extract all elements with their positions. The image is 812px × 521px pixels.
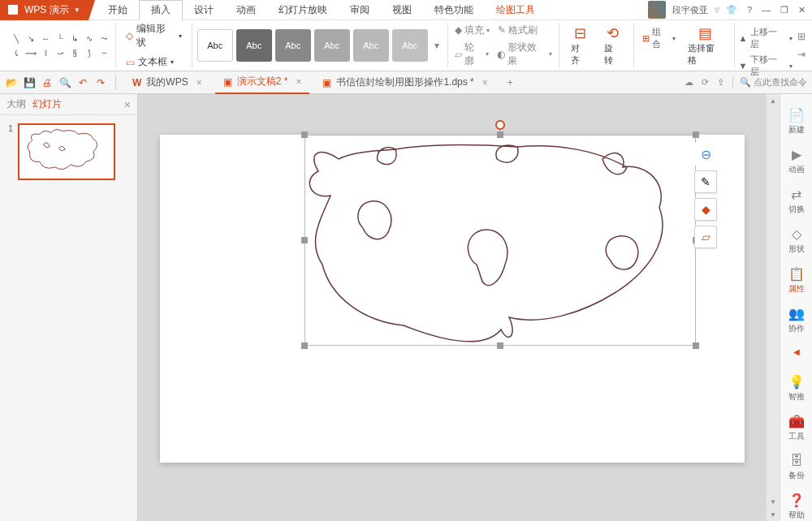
shape-9[interactable]: ⌇	[39, 46, 52, 59]
search-command[interactable]: 🔍 点此查找命令	[732, 76, 807, 88]
edit-shape-button[interactable]: ◇ 编辑形状 ▾	[121, 20, 187, 51]
sidebar-recommend[interactable]: 💡智推	[788, 374, 805, 403]
group-button[interactable]: ⊞组合▾	[642, 26, 676, 50]
collapse-icon[interactable]: ⊖	[694, 143, 717, 166]
sync-icon[interactable]: ⟳	[702, 77, 709, 88]
open-icon[interactable]: 📂	[5, 76, 18, 89]
resize-handle-tl[interactable]	[301, 131, 308, 138]
sidebar-help[interactable]: ❓帮助	[788, 493, 805, 521]
menu-tab-insert[interactable]: 插入	[139, 0, 183, 20]
print-preview-icon[interactable]: 🔍	[58, 76, 71, 89]
scroll-down2-icon[interactable]: ▼	[770, 508, 776, 521]
sidebar-properties[interactable]: 📋属性	[788, 266, 805, 295]
sidebar-collab[interactable]: 👥协作	[788, 306, 805, 334]
sidebar-shape[interactable]: ◇形状	[788, 226, 805, 255]
sidebar-new[interactable]: 📄新建	[788, 107, 805, 136]
rotate-button[interactable]: ⟲ 旋转	[598, 23, 628, 68]
share-icon[interactable]: ⇪	[717, 77, 724, 88]
styles-more-icon[interactable]: ▾	[431, 40, 443, 51]
user-dropdown-icon[interactable]: ▽	[715, 6, 719, 14]
panel-close-icon[interactable]: ×	[124, 98, 131, 111]
panel-tab-outline[interactable]: 大纲	[6, 97, 26, 111]
scroll-down-icon[interactable]: ▼	[770, 495, 776, 508]
restore-icon[interactable]: ❐	[780, 5, 788, 15]
redo-icon[interactable]: ↷	[94, 76, 107, 89]
align-button[interactable]: ⊟ 对齐	[564, 23, 595, 68]
style-2[interactable]: Abc	[236, 29, 272, 62]
curve-arrow-shape[interactable]: ⤳	[97, 32, 110, 45]
elbow-arrow-shape[interactable]: ↳	[68, 32, 81, 45]
slide-canvas[interactable]: ⊖ ✎ ◆ ▱	[160, 135, 745, 463]
print-icon[interactable]: 🖨	[41, 76, 54, 89]
resize-handle-l[interactable]	[301, 237, 308, 243]
bring-forward-button[interactable]: ▲上移一层▾	[738, 26, 793, 50]
panel-tab-slides[interactable]: 幻灯片	[32, 97, 62, 111]
menu-tab-drawing-tools[interactable]: 绘图工具	[485, 0, 546, 20]
thumbnail-row[interactable]: 1	[8, 123, 129, 180]
fill-button[interactable]: ◆填充▾	[455, 24, 490, 37]
send-backward-button[interactable]: ▼下移一层▾	[738, 54, 793, 78]
resize-handle-b[interactable]	[497, 342, 503, 349]
menu-tab-slideshow[interactable]: 幻灯片放映	[267, 0, 339, 20]
menu-tab-view[interactable]: 视图	[381, 0, 423, 20]
freeform-shape[interactable]: ⤹	[10, 46, 23, 59]
sidebar-animation[interactable]: ▶动画	[788, 147, 805, 175]
ribbon-expand-icon[interactable]: ⇥	[797, 49, 806, 60]
shape-selection[interactable]	[304, 135, 696, 346]
doc-tab-active[interactable]: ▣ 演示文稿2 * ×	[215, 71, 310, 94]
menu-tab-animation[interactable]: 动画	[225, 0, 267, 20]
style-6[interactable]: Abc	[392, 29, 428, 62]
fill-tool-icon[interactable]: ◆	[694, 198, 717, 221]
sidebar-tools[interactable]: 🧰工具	[788, 414, 805, 442]
double-arrow-shape[interactable]: ↔	[39, 32, 52, 45]
style-1[interactable]: Abc	[197, 29, 233, 62]
format-painter-button[interactable]: ✎格式刷	[498, 24, 538, 37]
slide-thumbnail[interactable]	[18, 123, 115, 180]
help-icon[interactable]: ?	[747, 5, 752, 15]
shape-10[interactable]: ⤻	[54, 46, 67, 59]
tab-close-icon[interactable]: ×	[197, 77, 202, 88]
vertical-scrollbar[interactable]: ▲ ▼ ▼	[767, 94, 780, 521]
menu-tab-start[interactable]: 开始	[97, 0, 139, 20]
app-title[interactable]: WPS 演示 ▼	[0, 0, 89, 20]
save-icon[interactable]: 💾	[23, 76, 36, 89]
tab-close-icon[interactable]: ×	[482, 77, 488, 88]
scribble-shape[interactable]: ⟿	[24, 46, 37, 59]
shape-effects-button[interactable]: ◐形状效果▾	[497, 41, 552, 68]
outline-tool-icon[interactable]: ▱	[694, 226, 717, 248]
edit-tool-icon[interactable]: ✎	[694, 170, 717, 193]
doc-tab-2[interactable]: ▣ 书信信封绘制用图形操作1.dps * ×	[314, 71, 495, 94]
user-avatar[interactable]	[648, 1, 666, 19]
menu-tab-design[interactable]: 设计	[183, 0, 225, 20]
line-shape[interactable]: ╲	[10, 32, 23, 45]
sidebar-backup[interactable]: 🗄备份	[788, 454, 805, 481]
menu-tab-review[interactable]: 审阅	[339, 0, 381, 20]
shape-13[interactable]: ⌢	[97, 46, 110, 59]
lines-gallery[interactable]: ╲ ↘ ↔ └ ↳ ∿ ⤳ ⤹ ⟿ ⌇ ⤻ § ⟆ ⌢	[10, 32, 110, 59]
resize-handle-bl[interactable]	[301, 342, 308, 349]
new-tab-icon[interactable]: +	[501, 77, 520, 88]
shape-styles-gallery[interactable]: Abc Abc Abc Abc Abc Abc ▾	[197, 29, 443, 62]
tab-close-icon[interactable]: ×	[296, 76, 301, 88]
resize-handle-t[interactable]	[497, 131, 503, 138]
style-4[interactable]: Abc	[314, 29, 350, 62]
close-icon[interactable]: ✕	[798, 5, 806, 15]
canvas-area[interactable]: ⊖ ✎ ◆ ▱	[138, 94, 767, 521]
shape-11[interactable]: §	[68, 46, 81, 59]
resize-handle-br[interactable]	[693, 342, 699, 349]
style-3[interactable]: Abc	[275, 29, 311, 62]
min-icon[interactable]: —	[762, 5, 771, 15]
outline-button[interactable]: ▱轮廓▾	[455, 41, 490, 68]
cloud-icon[interactable]: ☁	[685, 77, 693, 88]
ribbon-more-icon[interactable]: ⊞	[797, 31, 806, 42]
undo-icon[interactable]: ↶	[76, 76, 89, 89]
resize-handle-tr[interactable]	[693, 131, 699, 138]
text-box-button[interactable]: ▭ 文本框 ▾	[121, 54, 187, 71]
shape-12[interactable]: ⟆	[83, 46, 96, 59]
elbow-shape[interactable]: └	[54, 32, 67, 45]
menu-tab-features[interactable]: 特色功能	[423, 0, 485, 20]
sidebar-arrow-icon[interactable]: ◀	[793, 347, 800, 356]
selection-pane-button[interactable]: ▤ 选择窗格	[681, 23, 730, 68]
doc-tab-mywps[interactable]: W 我的WPS ×	[124, 71, 210, 94]
sidebar-transition[interactable]: ⇄切换	[788, 187, 805, 215]
